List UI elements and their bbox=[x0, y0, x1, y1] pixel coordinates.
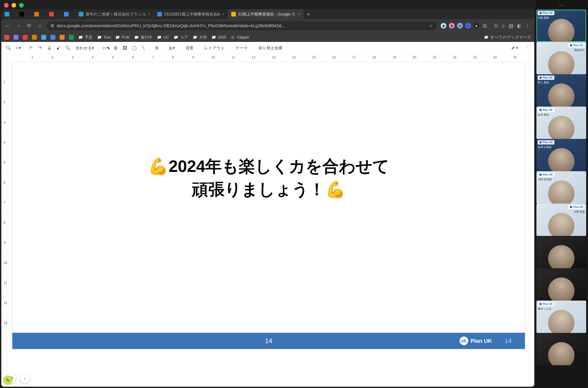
ruler-tick: 9 bbox=[4, 241, 5, 245]
editing-mode-button[interactable]: ⬈ ▾ bbox=[511, 45, 518, 50]
slide-canvas-area[interactable]: 12345678910111213 💪2024年も楽しくカを合わせて 頑張りまし… bbox=[1, 61, 534, 387]
tab-favicon bbox=[157, 12, 162, 17]
participant-tile-5[interactable]: Plan UK川崎 佐志樹 bbox=[536, 171, 586, 204]
browser-tab-0[interactable] bbox=[1, 9, 16, 19]
new-slide-button[interactable]: ＋▾ bbox=[14, 44, 21, 52]
extension-icon-1[interactable]: ◆ bbox=[440, 22, 447, 29]
extension-icon-5[interactable]: ● bbox=[473, 22, 480, 29]
participant-tile-2[interactable]: Plan UK野上 直樹 bbox=[536, 74, 586, 107]
pen-fab[interactable]: ✎ bbox=[3, 375, 13, 385]
bookmark-ai[interactable] bbox=[14, 35, 19, 40]
bookmark-SNS[interactable]: SNS bbox=[211, 35, 226, 40]
site-info-icon[interactable]: ⚙ bbox=[50, 23, 54, 28]
bookmark-Clipper[interactable]: ◎Clipper bbox=[230, 35, 249, 40]
extension-icon-4[interactable]: ✦ bbox=[464, 22, 472, 29]
background-button[interactable]: 背景 bbox=[183, 44, 196, 52]
select-tool[interactable]: ▭⬉ bbox=[102, 44, 110, 52]
participant-tile-1[interactable]: Plan UK勝倉沙中 bbox=[536, 42, 586, 74]
extension-icon-3[interactable]: ▥ bbox=[456, 22, 464, 29]
ruler-tick: 2 bbox=[4, 100, 5, 104]
textbox-tool[interactable]: ⊞ bbox=[112, 44, 119, 52]
browser-tab-3[interactable] bbox=[46, 9, 61, 19]
transition-button[interactable]: 切り替え効果 bbox=[256, 44, 285, 52]
reload-button[interactable]: ⟳ bbox=[25, 22, 33, 29]
maximize-window-dot[interactable] bbox=[19, 3, 24, 8]
brand-dot-icon bbox=[539, 173, 542, 176]
bookmarks-overflow[interactable]: すべてのブックマーク bbox=[484, 35, 531, 40]
bookmark-icon bbox=[14, 35, 19, 40]
bookmark-star-icon[interactable]: ☆ bbox=[429, 23, 433, 28]
comment-button[interactable]: ⊕ bbox=[153, 44, 160, 52]
new-tab-button[interactable]: + bbox=[304, 11, 313, 18]
tab-close-icon[interactable]: × bbox=[148, 12, 151, 16]
theme-button[interactable]: テーマ bbox=[233, 44, 250, 52]
bookmark-Tool[interactable]: Tool bbox=[97, 35, 111, 40]
profile-icon[interactable]: ◐ bbox=[516, 22, 523, 29]
music-icon[interactable]: ♫ bbox=[499, 22, 507, 29]
participant-tile-3[interactable]: Plan UK金澤 和彩 bbox=[536, 107, 586, 139]
image-tool[interactable]: 🖼 bbox=[121, 44, 129, 52]
participant-tile-7[interactable] bbox=[536, 236, 586, 268]
library-icon[interactable]: ▤ bbox=[507, 22, 515, 29]
shape-tool[interactable]: ◯ bbox=[131, 44, 138, 52]
browser-tab-4[interactable] bbox=[61, 9, 75, 19]
input-lang-button[interactable]: あ ▾ bbox=[166, 44, 177, 52]
browser-tab-2[interactable] bbox=[31, 9, 46, 19]
tab-close-icon[interactable]: × bbox=[222, 12, 224, 16]
line-tool[interactable]: ╲ bbox=[140, 44, 147, 52]
undo-button[interactable]: ↶ bbox=[27, 44, 34, 52]
bookmark-gmail[interactable] bbox=[23, 35, 28, 40]
participant-avatar bbox=[548, 116, 574, 139]
search-menu-button[interactable]: 🔍 bbox=[5, 44, 12, 52]
browser-tab-1[interactable] bbox=[16, 9, 31, 19]
browser-tab-6[interactable]: 23122821期上半期事業報告会&× bbox=[154, 9, 228, 19]
ruler-tick: 13 bbox=[272, 55, 275, 59]
participant-brand: Plan UK bbox=[543, 303, 553, 306]
participant-tile-10[interactable] bbox=[536, 333, 586, 365]
participant-tile-0[interactable]: Plan UK川崎 直樹 bbox=[536, 10, 586, 42]
bookmark-k[interactable] bbox=[41, 35, 46, 40]
paint-format-button[interactable]: 🖌 bbox=[55, 44, 62, 52]
bookmark-PUK[interactable]: PUK bbox=[115, 35, 130, 40]
bookmark-drive[interactable] bbox=[69, 35, 74, 40]
minimize-window-dot[interactable] bbox=[12, 3, 16, 8]
browser-tab-7[interactable]: 21期上半期事業報告 - Google ス× bbox=[228, 9, 304, 19]
close-window-dot[interactable] bbox=[4, 3, 9, 8]
brand-mark-icon: ok bbox=[460, 337, 468, 345]
collapse-toolbar-button[interactable]: ˄ bbox=[523, 44, 531, 52]
slide[interactable]: 💪2024年も楽しくカを合わせて 頑張りましょう！💪 14 14 ok Plan… bbox=[12, 62, 525, 349]
forward-button[interactable]: → bbox=[15, 22, 22, 29]
browser-tab-5[interactable]: 新年のご挨拶｜株式会社プランユ× bbox=[75, 9, 154, 19]
extensions-menu-icon[interactable]: ⧉ bbox=[481, 22, 488, 29]
bookmark-大学[interactable]: 大学 bbox=[193, 35, 207, 40]
slide-title-text[interactable]: 💪2024年も楽しくカを合わせて 頑張りましょう！💪 bbox=[12, 155, 525, 201]
participant-tile-8[interactable] bbox=[536, 268, 586, 301]
participant-tile-4[interactable]: Plan UK金澤 沙栄島 bbox=[536, 139, 586, 171]
tab-close-icon[interactable]: × bbox=[298, 12, 300, 16]
collapse-panel-button[interactable]: ︿ bbox=[536, 1, 587, 8]
ruler-tick: 6 bbox=[4, 181, 5, 184]
chrome-menu-icon[interactable]: ⋮ bbox=[524, 22, 531, 29]
back-button[interactable]: ← bbox=[4, 22, 12, 29]
url-bar[interactable]: ⚙ docs.google.com/presentation/d/1kNmzPK… bbox=[46, 21, 437, 30]
bookmark-cal[interactable] bbox=[50, 35, 55, 40]
extension-icon-2[interactable]: ◉ bbox=[448, 22, 456, 29]
zoom-fit-select[interactable]: 合わせる ▾ bbox=[73, 44, 96, 52]
layout-button[interactable]: レイアウト bbox=[202, 44, 227, 52]
tab-favicon bbox=[34, 12, 39, 17]
bookmark-st[interactable] bbox=[60, 35, 65, 40]
bookmark-logo[interactable] bbox=[4, 35, 9, 40]
bookmark-UC[interactable]: UC bbox=[157, 35, 169, 40]
participant-tile-9[interactable]: Plan UK磨矢 いぶき bbox=[536, 301, 586, 333]
bookmark-進行中[interactable]: 進行中 bbox=[134, 35, 152, 40]
bookmark-予定[interactable]: 予定 bbox=[78, 35, 93, 40]
participant-tile-6[interactable]: Plan UK水野 利送 bbox=[536, 204, 586, 236]
home-button[interactable]: ⌂ bbox=[36, 22, 44, 29]
bookmark-grid[interactable] bbox=[32, 35, 37, 40]
bookmark-コア[interactable]: コア bbox=[173, 35, 188, 40]
cast-icon[interactable]: ⎘ bbox=[491, 22, 498, 29]
zoom-button[interactable]: 🔍 bbox=[64, 44, 71, 52]
print-button[interactable]: 🖨 bbox=[46, 44, 53, 52]
redo-button[interactable]: ↷ bbox=[36, 44, 44, 52]
next-slide-fab[interactable]: › bbox=[20, 373, 30, 383]
